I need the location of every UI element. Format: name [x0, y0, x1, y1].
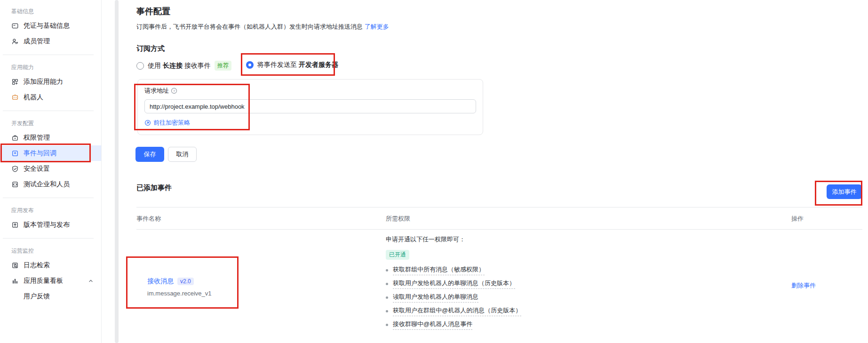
id-card-icon: [11, 22, 19, 30]
sidebar-item-label: 用户反馈: [24, 292, 50, 301]
bullet-icon: [386, 324, 388, 326]
radio-label-bold: 开发者服务器: [299, 61, 338, 69]
briefcase-lock-icon: [11, 134, 19, 142]
svg-text:?: ?: [173, 89, 175, 93]
sidebar-section-basic-info: 基础信息: [0, 5, 101, 18]
divider: [3, 111, 94, 111]
upload-icon: [11, 221, 19, 229]
cancel-button[interactable]: 取消: [168, 147, 197, 162]
sidebar-item-label: 事件与回调: [24, 149, 56, 158]
encrypt-strategy-link[interactable]: 前往加密策略: [144, 119, 476, 127]
goto-icon: [144, 120, 151, 126]
divider: [3, 198, 94, 198]
sidebar-item-log-search[interactable]: 日志检索: [0, 257, 101, 273]
permission-note: 申请开通以下任一权限即可：: [386, 235, 465, 244]
sidebar: 基础信息 凭证与基础信息 成员管理 应用能力 添加应用能力 机器人 开发配置 权…: [0, 0, 102, 343]
column-header-action: 操作: [791, 215, 804, 223]
sidebar-item-label: 安全设置: [24, 165, 50, 173]
version-badge: v2.0: [177, 278, 194, 285]
list-item: 读取用户发给机器人的单聊消息: [386, 291, 521, 304]
bullet-icon: [386, 269, 388, 271]
request-url-label: 请求地址: [144, 87, 169, 95]
event-code: im.message.receive_v1: [147, 290, 212, 297]
sidebar-section-app-capability: 应用能力: [0, 61, 101, 74]
column-header-permissions: 所需权限: [386, 215, 410, 223]
table-header-border: [136, 229, 862, 230]
list-item: 获取用户发给机器人的单聊消息（历史版本）: [386, 277, 521, 291]
event-name-link[interactable]: 接收消息: [147, 277, 174, 286]
sidebar-item-label: 机器人: [24, 93, 43, 102]
save-button[interactable]: 保存: [135, 147, 164, 162]
table-row-event-name-cell: 接收消息 v2.0: [147, 277, 194, 286]
sidebar-item-label: 成员管理: [24, 37, 50, 46]
sidebar-section-ops-monitor: 运营监控: [0, 244, 101, 257]
sidebar-item-label: 添加应用能力: [24, 78, 63, 86]
divider: [3, 238, 94, 239]
code-icon: [11, 181, 19, 188]
sidebar-item-credentials[interactable]: 凭证与基础信息: [0, 18, 101, 33]
radio-long-connection[interactable]: 使用 长连接 接收事件 推荐: [136, 61, 231, 71]
sidebar-item-label: 应用质量看板: [24, 277, 63, 285]
enabled-badge: 已开通: [386, 250, 409, 260]
sidebar-item-permissions[interactable]: 权限管理: [0, 130, 101, 145]
help-icon[interactable]: ?: [171, 88, 177, 94]
request-url-input[interactable]: [144, 99, 476, 113]
sidebar-item-version-release[interactable]: 版本管理与发布: [0, 217, 101, 232]
bookmark-plus-icon: [11, 150, 19, 157]
sidebar-item-label: 日志检索: [24, 261, 50, 270]
sidebar-item-label: 版本管理与发布: [24, 221, 70, 229]
bullet-icon: [386, 283, 388, 285]
radio-label-prefix: 使用: [148, 62, 161, 70]
table-top-border: [136, 207, 862, 207]
sidebar-item-label: 凭证与基础信息: [24, 22, 70, 30]
sidebar-item-label: 权限管理: [24, 134, 50, 142]
sidebar-item-test-company[interactable]: 测试企业和人员: [0, 176, 101, 192]
permission-name[interactable]: 获取群组中所有消息（敏感权限）: [393, 265, 485, 275]
divider: [3, 55, 94, 55]
column-header-event-name: 事件名称: [136, 215, 161, 223]
radio-label-prefix: 将事件发送至: [257, 61, 297, 69]
main-content: 事件配置 订阅事件后，飞书开放平台将会在事件（如机器人入群）发生时向请求地址推送…: [119, 0, 868, 343]
radio-developer-server[interactable]: 将事件发送至 开发者服务器: [246, 61, 338, 69]
sidebar-item-members[interactable]: 成员管理: [0, 33, 101, 49]
request-url-card: 请求地址 ? 前往加密策略: [137, 79, 483, 135]
robot-icon: [11, 94, 19, 101]
permission-name[interactable]: 接收群聊中@机器人消息事件: [393, 320, 472, 330]
chevron-up-icon[interactable]: [88, 278, 94, 284]
sidebar-item-bot[interactable]: 机器人: [0, 89, 101, 105]
delete-event-link[interactable]: 删除事件: [791, 281, 816, 290]
add-event-button[interactable]: 添加事件: [827, 184, 862, 199]
page-description: 订阅事件后，飞书开放平台将会在事件（如机器人入群）发生时向请求地址推送消息 了解…: [136, 23, 389, 31]
sidebar-item-security[interactable]: 安全设置: [0, 161, 101, 176]
encrypt-strategy-label: 前往加密策略: [153, 119, 190, 127]
bullet-icon: [386, 296, 388, 299]
radio-selected-icon[interactable]: [246, 61, 254, 69]
sidebar-item-add-capability[interactable]: 添加应用能力: [0, 74, 101, 89]
grid-plus-icon: [11, 78, 19, 86]
permission-name[interactable]: 获取用户发给机器人的单聊消息（历史版本）: [393, 279, 515, 289]
permission-name[interactable]: 读取用户发给机器人的单聊消息: [393, 293, 478, 303]
log-search-icon: [11, 262, 19, 269]
bar-chart-icon: [11, 277, 19, 285]
permission-name[interactable]: 获取用户在群组中@机器人的消息（历史版本）: [393, 306, 521, 316]
sidebar-item-quality-board[interactable]: 应用质量看板: [0, 273, 101, 288]
learn-more-link[interactable]: 了解更多: [365, 23, 389, 30]
shield-check-icon: [11, 165, 19, 173]
sidebar-item-user-feedback[interactable]: 用户反馈: [0, 288, 101, 304]
sidebar-item-events-callback[interactable]: 事件与回调: [0, 145, 101, 161]
added-events-heading: 已添加事件: [136, 183, 172, 192]
list-item: 获取用户在群组中@机器人的消息（历史版本）: [386, 304, 521, 318]
bullet-icon: [386, 310, 388, 312]
subscription-method-heading: 订阅方式: [136, 44, 165, 53]
description-text: 订阅事件后，飞书开放平台将会在事件（如机器人入群）发生时向请求地址推送消息: [136, 23, 363, 30]
radio-unselected-icon[interactable]: [136, 62, 144, 70]
sidebar-item-label: 测试企业和人员: [24, 180, 70, 189]
radio-label-bold: 长连接: [163, 62, 183, 70]
enabled-badge-wrap: 已开通: [386, 250, 409, 260]
sidebar-section-app-release: 应用发布: [0, 204, 101, 217]
radio-label-suffix: 接收事件: [184, 62, 211, 70]
permission-list: 获取群组中所有消息（敏感权限） 获取用户发给机器人的单聊消息（历史版本） 读取用…: [386, 263, 521, 332]
sidebar-section-dev-config: 开发配置: [0, 117, 101, 130]
scrollbar[interactable]: [115, 0, 119, 343]
list-item: 接收群聊中@机器人消息事件: [386, 318, 521, 332]
